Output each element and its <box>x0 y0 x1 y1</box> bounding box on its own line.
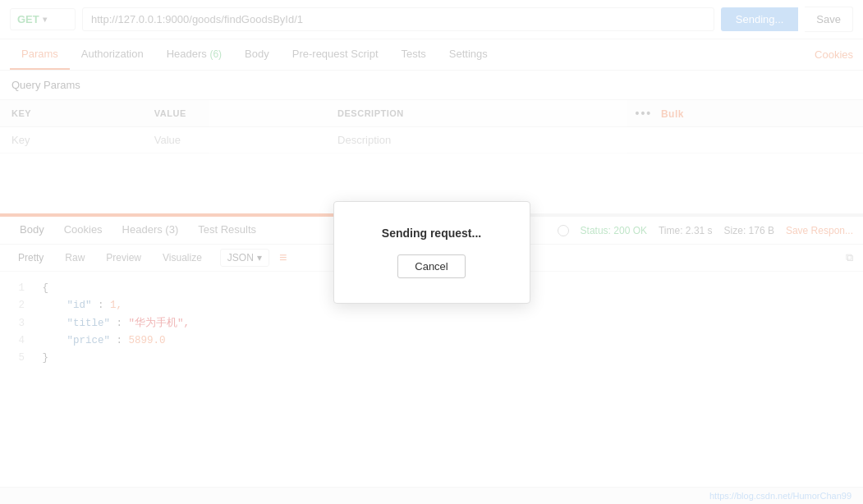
sending-overlay: Sending request... Cancel <box>0 0 863 504</box>
cancel-button[interactable]: Cancel <box>397 254 465 278</box>
modal-title: Sending request... <box>375 227 489 240</box>
sending-modal: Sending request... Cancel <box>333 201 530 304</box>
